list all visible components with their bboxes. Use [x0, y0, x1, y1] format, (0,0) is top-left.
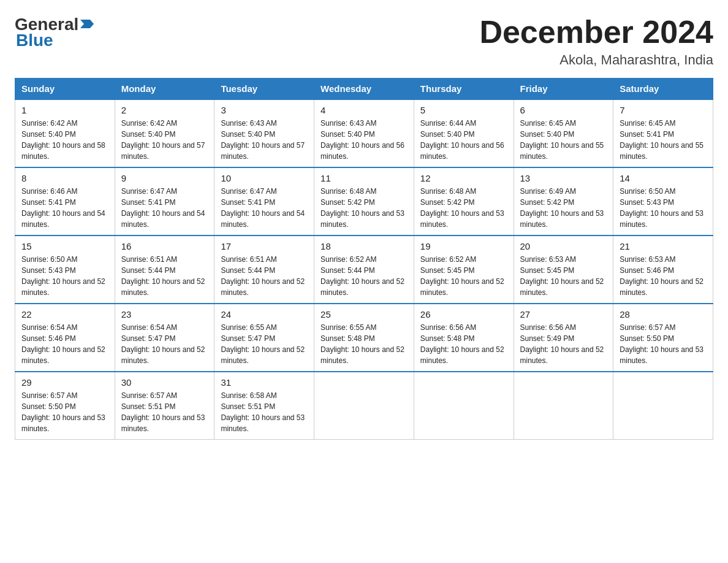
calendar-day-cell: [314, 372, 414, 440]
calendar-week-row: 1 Sunrise: 6:42 AM Sunset: 5:40 PM Dayli…: [15, 99, 713, 167]
calendar-day-cell: 29 Sunrise: 6:57 AM Sunset: 5:50 PM Dayl…: [15, 372, 115, 440]
day-header-sunday: Sunday: [15, 79, 115, 100]
day-number: 31: [221, 377, 308, 388]
calendar-day-cell: [414, 372, 514, 440]
calendar-week-row: 15 Sunrise: 6:50 AM Sunset: 5:43 PM Dayl…: [15, 236, 713, 304]
calendar-day-cell: 12 Sunrise: 6:48 AM Sunset: 5:42 PM Dayl…: [414, 167, 514, 236]
day-number: 3: [221, 105, 308, 115]
day-info: Sunrise: 6:56 AM Sunset: 5:49 PM Dayligh…: [520, 322, 607, 366]
day-number: 25: [320, 309, 408, 320]
day-info: Sunrise: 6:50 AM Sunset: 5:43 PM Dayligh…: [620, 186, 707, 230]
day-info: Sunrise: 6:45 AM Sunset: 5:40 PM Dayligh…: [520, 118, 607, 162]
day-info: Sunrise: 6:56 AM Sunset: 5:48 PM Dayligh…: [420, 322, 507, 366]
calendar-day-cell: 25 Sunrise: 6:55 AM Sunset: 5:48 PM Dayl…: [314, 304, 414, 372]
day-number: 6: [520, 105, 607, 115]
day-info: Sunrise: 6:49 AM Sunset: 5:42 PM Dayligh…: [520, 186, 607, 230]
calendar-day-cell: 9 Sunrise: 6:47 AM Sunset: 5:41 PM Dayli…: [115, 167, 214, 236]
day-info: Sunrise: 6:44 AM Sunset: 5:40 PM Dayligh…: [420, 118, 507, 162]
day-number: 27: [520, 309, 607, 320]
day-info: Sunrise: 6:57 AM Sunset: 5:50 PM Dayligh…: [21, 390, 108, 434]
day-info: Sunrise: 6:50 AM Sunset: 5:43 PM Dayligh…: [21, 254, 108, 298]
day-info: Sunrise: 6:45 AM Sunset: 5:41 PM Dayligh…: [620, 118, 707, 162]
day-number: 8: [21, 173, 108, 183]
month-year-title: December 2024: [479, 15, 713, 50]
day-number: 14: [620, 173, 707, 183]
day-header-wednesday: Wednesday: [314, 79, 414, 100]
day-number: 20: [520, 241, 607, 251]
calendar-header-row: SundayMondayTuesdayWednesdayThursdayFrid…: [15, 79, 713, 100]
day-info: Sunrise: 6:55 AM Sunset: 5:47 PM Dayligh…: [221, 322, 308, 366]
calendar-day-cell: 1 Sunrise: 6:42 AM Sunset: 5:40 PM Dayli…: [15, 99, 115, 167]
day-info: Sunrise: 6:55 AM Sunset: 5:48 PM Dayligh…: [320, 322, 408, 366]
calendar-week-row: 22 Sunrise: 6:54 AM Sunset: 5:46 PM Dayl…: [15, 304, 713, 372]
day-number: 4: [320, 105, 408, 115]
day-info: Sunrise: 6:53 AM Sunset: 5:46 PM Dayligh…: [620, 254, 707, 298]
day-number: 15: [21, 241, 108, 251]
calendar-table: SundayMondayTuesdayWednesdayThursdayFrid…: [15, 78, 713, 440]
calendar-day-cell: 4 Sunrise: 6:43 AM Sunset: 5:40 PM Dayli…: [314, 99, 414, 167]
calendar-day-cell: 10 Sunrise: 6:47 AM Sunset: 5:41 PM Dayl…: [214, 167, 314, 236]
day-info: Sunrise: 6:58 AM Sunset: 5:51 PM Dayligh…: [221, 390, 308, 434]
day-info: Sunrise: 6:48 AM Sunset: 5:42 PM Dayligh…: [320, 186, 408, 230]
day-info: Sunrise: 6:43 AM Sunset: 5:40 PM Dayligh…: [221, 118, 308, 162]
day-number: 21: [620, 241, 707, 251]
day-number: 30: [121, 377, 208, 388]
calendar-day-cell: 14 Sunrise: 6:50 AM Sunset: 5:43 PM Dayl…: [613, 167, 713, 236]
day-number: 29: [21, 377, 108, 388]
calendar-day-cell: [613, 372, 713, 440]
calendar-week-row: 8 Sunrise: 6:46 AM Sunset: 5:41 PM Dayli…: [15, 167, 713, 236]
calendar-day-cell: 22 Sunrise: 6:54 AM Sunset: 5:46 PM Dayl…: [15, 304, 115, 372]
calendar-day-cell: 18 Sunrise: 6:52 AM Sunset: 5:44 PM Dayl…: [314, 236, 414, 304]
day-number: 24: [221, 309, 308, 320]
day-header-tuesday: Tuesday: [214, 79, 314, 100]
day-number: 7: [620, 105, 707, 115]
day-number: 10: [221, 173, 308, 183]
calendar-day-cell: 30 Sunrise: 6:57 AM Sunset: 5:51 PM Dayl…: [115, 372, 214, 440]
day-info: Sunrise: 6:47 AM Sunset: 5:41 PM Dayligh…: [221, 186, 308, 230]
calendar-day-cell: 3 Sunrise: 6:43 AM Sunset: 5:40 PM Dayli…: [214, 99, 314, 167]
calendar-day-cell: 17 Sunrise: 6:51 AM Sunset: 5:44 PM Dayl…: [214, 236, 314, 304]
day-info: Sunrise: 6:52 AM Sunset: 5:45 PM Dayligh…: [420, 254, 507, 298]
day-number: 26: [420, 309, 507, 320]
day-info: Sunrise: 6:54 AM Sunset: 5:46 PM Dayligh…: [21, 322, 108, 366]
calendar-day-cell: 16 Sunrise: 6:51 AM Sunset: 5:44 PM Dayl…: [115, 236, 214, 304]
day-info: Sunrise: 6:52 AM Sunset: 5:44 PM Dayligh…: [320, 254, 408, 298]
day-number: 9: [121, 173, 208, 183]
calendar-day-cell: 31 Sunrise: 6:58 AM Sunset: 5:51 PM Dayl…: [214, 372, 314, 440]
logo: General Blue: [15, 15, 94, 50]
calendar-day-cell: 26 Sunrise: 6:56 AM Sunset: 5:48 PM Dayl…: [414, 304, 514, 372]
day-info: Sunrise: 6:42 AM Sunset: 5:40 PM Dayligh…: [121, 118, 208, 162]
day-header-saturday: Saturday: [613, 79, 713, 100]
day-number: 23: [121, 309, 208, 320]
calendar-day-cell: 27 Sunrise: 6:56 AM Sunset: 5:49 PM Dayl…: [514, 304, 613, 372]
day-info: Sunrise: 6:51 AM Sunset: 5:44 PM Dayligh…: [221, 254, 308, 298]
calendar-day-cell: 20 Sunrise: 6:53 AM Sunset: 5:45 PM Dayl…: [514, 236, 613, 304]
svg-marker-0: [80, 20, 94, 28]
calendar-day-cell: 6 Sunrise: 6:45 AM Sunset: 5:40 PM Dayli…: [514, 99, 613, 167]
day-number: 28: [620, 309, 707, 320]
calendar-day-cell: [514, 372, 613, 440]
day-header-monday: Monday: [115, 79, 214, 100]
calendar-day-cell: 2 Sunrise: 6:42 AM Sunset: 5:40 PM Dayli…: [115, 99, 214, 167]
day-info: Sunrise: 6:57 AM Sunset: 5:50 PM Dayligh…: [620, 322, 707, 366]
day-info: Sunrise: 6:51 AM Sunset: 5:44 PM Dayligh…: [121, 254, 208, 298]
day-number: 5: [420, 105, 507, 115]
calendar-day-cell: 23 Sunrise: 6:54 AM Sunset: 5:47 PM Dayl…: [115, 304, 214, 372]
calendar-day-cell: 11 Sunrise: 6:48 AM Sunset: 5:42 PM Dayl…: [314, 167, 414, 236]
day-number: 22: [21, 309, 108, 320]
calendar-day-cell: 21 Sunrise: 6:53 AM Sunset: 5:46 PM Dayl…: [613, 236, 713, 304]
logo-blue-text: Blue: [16, 31, 53, 50]
day-number: 1: [21, 105, 108, 115]
day-header-friday: Friday: [514, 79, 613, 100]
day-number: 17: [221, 241, 308, 251]
calendar-week-row: 29 Sunrise: 6:57 AM Sunset: 5:50 PM Dayl…: [15, 372, 713, 440]
calendar-day-cell: 28 Sunrise: 6:57 AM Sunset: 5:50 PM Dayl…: [613, 304, 713, 372]
day-number: 13: [520, 173, 607, 183]
day-info: Sunrise: 6:48 AM Sunset: 5:42 PM Dayligh…: [420, 186, 507, 230]
day-info: Sunrise: 6:46 AM Sunset: 5:41 PM Dayligh…: [21, 186, 108, 230]
day-info: Sunrise: 6:43 AM Sunset: 5:40 PM Dayligh…: [320, 118, 408, 162]
calendar-day-cell: 5 Sunrise: 6:44 AM Sunset: 5:40 PM Dayli…: [414, 99, 514, 167]
day-info: Sunrise: 6:53 AM Sunset: 5:45 PM Dayligh…: [520, 254, 607, 298]
day-number: 2: [121, 105, 208, 115]
calendar-day-cell: 19 Sunrise: 6:52 AM Sunset: 5:45 PM Dayl…: [414, 236, 514, 304]
